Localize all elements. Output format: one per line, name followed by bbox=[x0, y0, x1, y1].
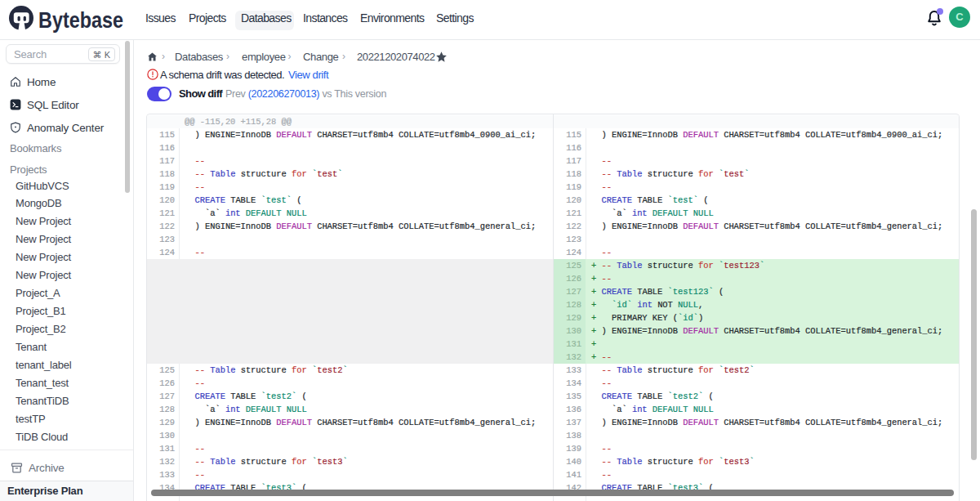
svg-text:Bytebase: Bytebase bbox=[38, 7, 123, 33]
